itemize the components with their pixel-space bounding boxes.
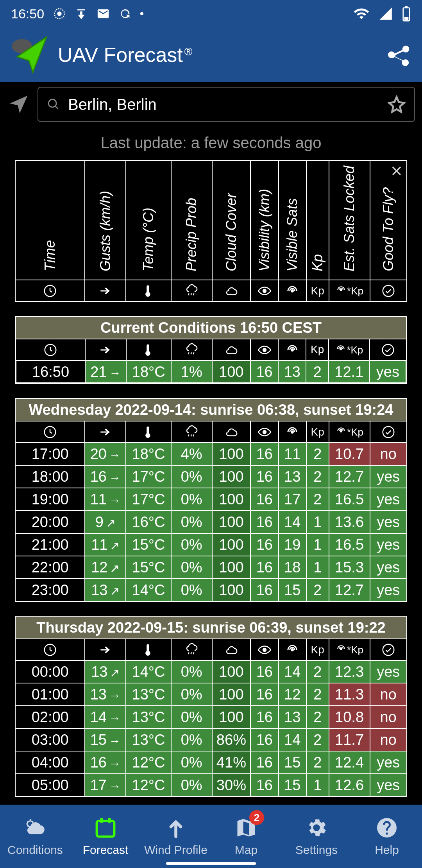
cell-vsats: 14	[279, 511, 306, 533]
svg-point-20	[291, 431, 293, 433]
forecast-row[interactable]: 17:00 20→ 18°C 4% 100 16 11 2 10.7 no	[15, 443, 407, 465]
icon-kp: Kp	[306, 280, 329, 301]
cell-gust: 13↗	[85, 660, 126, 683]
hdr-vis: Visibility (km)	[256, 189, 273, 271]
forecast-row[interactable]: 19:00 11→ 17°C 0% 100 16 17 2 16.5 yes	[15, 488, 407, 511]
cell-skp: 12.1	[329, 360, 370, 383]
cell-vsats: 13	[278, 360, 306, 383]
svg-rect-3	[405, 6, 408, 8]
forecast-row[interactable]: 21:00 11↗ 15°C 0% 100 16 19 1 16.5 yes	[15, 533, 407, 556]
cell-cloud: 100	[212, 360, 250, 383]
icon-gust	[85, 639, 126, 660]
status-icon-wifi	[353, 5, 370, 22]
app-logo	[9, 35, 48, 74]
cell-time: 02:00	[15, 706, 85, 728]
icon-precip	[171, 421, 212, 443]
cell-fly: no	[370, 443, 407, 465]
cell-vsats: 11	[279, 443, 306, 465]
svg-line-7	[55, 106, 58, 109]
close-column-icon[interactable]	[390, 164, 403, 178]
nav-forecast[interactable]: Forecast	[70, 805, 141, 868]
cell-precip: 0%	[171, 579, 212, 601]
cell-kp: 2	[306, 443, 329, 465]
icon-visibility	[250, 639, 278, 660]
icon-skp: *Kp	[329, 421, 370, 443]
icon-gust	[85, 280, 126, 301]
cell-precip: 0%	[171, 533, 212, 556]
forecast-row[interactable]: 04:00 16→ 12°C 0% 41% 16 15 2 12.4 yes	[15, 751, 407, 774]
cell-cloud: 86%	[212, 728, 251, 751]
cell-time: 03:00	[15, 728, 85, 751]
forecast-row[interactable]: 18:00 16→ 17°C 0% 100 16 13 2 12.7 yes	[15, 465, 407, 488]
cell-kp: 2	[306, 706, 329, 728]
cell-fly: no	[370, 706, 407, 728]
cell-fly: no	[370, 683, 407, 706]
day-forecast-table: Thursday 2022-09-15: sunrise 06:39, suns…	[15, 616, 407, 797]
icon-visibility	[250, 421, 278, 443]
nav-settings[interactable]: Settings	[281, 805, 352, 868]
forecast-row[interactable]: 00:00 13↗ 14°C 0% 100 16 14 2 12.3 yes	[15, 660, 407, 683]
nav-label: Wind Profile	[144, 843, 207, 857]
nav-conditions[interactable]: Conditions	[0, 805, 70, 868]
bottom-nav: Conditions Forecast Wind Profile 2 Map S…	[0, 805, 422, 868]
icon-visibility	[250, 339, 278, 360]
cell-vis: 16	[250, 511, 278, 533]
hdr-skp: Est. Sats Locked	[341, 166, 358, 271]
forecast-row[interactable]: 22:00 12↗ 15°C 0% 100 16 18 1 15.3 yes	[15, 556, 407, 579]
nav-label: Map	[235, 843, 257, 857]
icon-cloud	[212, 280, 251, 301]
cell-skp: 10.7	[329, 443, 370, 465]
forecast-row[interactable]: 23:00 13↗ 14°C 0% 100 16 15 2 12.7 yes	[15, 579, 407, 601]
cell-vis: 16	[250, 660, 278, 683]
icon-temp	[126, 639, 171, 660]
status-icon-mail	[97, 7, 110, 20]
icon-fly	[370, 421, 407, 443]
svg-point-1	[57, 11, 61, 16]
cell-kp: 2	[306, 660, 329, 683]
hdr-cloud: Cloud Cover	[223, 193, 240, 271]
locate-me-icon[interactable]	[7, 93, 30, 116]
cell-vsats: 12	[279, 683, 306, 706]
icon-kp: Kp	[306, 421, 329, 443]
nav-label: Conditions	[7, 843, 63, 857]
icon-kp: Kp	[306, 339, 329, 360]
cell-time: 16:50	[16, 360, 85, 383]
icon-kp: Kp	[306, 639, 329, 660]
forecast-row[interactable]: 05:00 17→ 12°C 0% 30% 16 15 1 12.6 yes	[15, 774, 407, 796]
cell-cloud: 100	[212, 511, 251, 533]
nav-help[interactable]: Help	[352, 805, 422, 868]
cell-vis: 16	[250, 683, 278, 706]
share-icon[interactable]	[385, 41, 413, 68]
forecast-row[interactable]: 01:00 13→ 13°C 0% 100 16 12 2 11.3 no	[15, 683, 407, 706]
icon-sats	[279, 639, 306, 660]
favorite-star-icon[interactable]	[388, 95, 406, 113]
svg-point-14	[263, 348, 266, 352]
cell-gust: 16→	[85, 751, 126, 774]
cell-gust: 11→	[85, 488, 126, 511]
gear-icon	[305, 816, 328, 839]
forecast-row[interactable]: 16:50 21→ 18°C 1% 100 16 13 2 12.1 yes	[16, 360, 406, 383]
cell-gust: 11↗	[85, 533, 126, 556]
forecast-row[interactable]: 02:00 14→ 13°C 0% 100 16 13 2 10.8 no	[15, 706, 407, 728]
cell-time: 20:00	[15, 511, 85, 533]
icon-time	[16, 339, 85, 360]
forecast-row[interactable]: 03:00 15→ 13°C 0% 86% 16 14 2 11.7 no	[15, 728, 407, 751]
svg-point-21	[340, 430, 342, 432]
cell-kp: 1	[306, 556, 329, 579]
icon-precip	[171, 339, 212, 360]
day-header: Thursday 2022-09-15: sunrise 06:39, suns…	[15, 616, 407, 639]
icon-gust	[85, 339, 126, 360]
location-search-box[interactable]: Berlin, Berlin	[38, 87, 415, 122]
nav-map[interactable]: 2 Map	[211, 805, 281, 868]
location-text: Berlin, Berlin	[68, 96, 380, 113]
forecast-row[interactable]: 20:00 9↗ 16°C 0% 100 16 14 1 13.6 yes	[15, 511, 407, 533]
cell-gust: 20→	[85, 443, 126, 465]
hdr-temp: Temp (°C)	[140, 208, 157, 271]
cell-kp: 2	[306, 465, 329, 488]
nav-wind-profile[interactable]: Wind Profile	[141, 805, 211, 868]
cell-kp: 1	[306, 511, 329, 533]
cell-fly: yes	[370, 660, 407, 683]
cell-fly: yes	[370, 533, 407, 556]
cell-vsats: 14	[279, 660, 306, 683]
cell-precip: 0%	[171, 556, 212, 579]
